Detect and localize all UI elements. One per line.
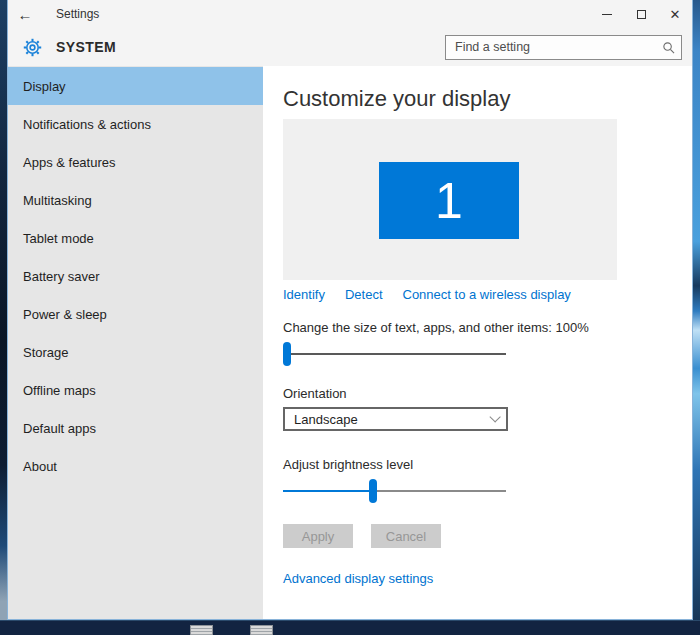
- back-button[interactable]: ←: [8, 6, 42, 23]
- close-icon: ✕: [670, 8, 681, 21]
- page-header: SYSTEM: [8, 28, 692, 66]
- sidebar-item-storage[interactable]: Storage: [8, 333, 263, 371]
- desktop-background: ← Settings ✕: [0, 0, 700, 635]
- sidebar: Display Notifications & actions Apps & f…: [8, 66, 263, 619]
- title-bar: ← Settings ✕: [8, 0, 692, 28]
- sidebar-item-label: Multitasking: [23, 193, 92, 208]
- sidebar-item-tablet-mode[interactable]: Tablet mode: [8, 219, 263, 257]
- maximize-button[interactable]: [624, 0, 658, 28]
- sidebar-item-label: Battery saver: [23, 269, 100, 284]
- taskbar-item[interactable]: [250, 625, 273, 635]
- sidebar-item-label: Offline maps: [23, 383, 96, 398]
- cancel-button[interactable]: Cancel: [371, 524, 441, 548]
- main-content: Customize your display 1 Identify Detect…: [263, 66, 692, 619]
- sidebar-item-label: Storage: [23, 345, 69, 360]
- sidebar-item-label: Default apps: [23, 421, 96, 436]
- gear-icon: [23, 38, 42, 57]
- sidebar-item-power-sleep[interactable]: Power & sleep: [8, 295, 263, 333]
- sidebar-item-multitasking[interactable]: Multitasking: [8, 181, 263, 219]
- identify-link[interactable]: Identify: [283, 287, 325, 302]
- sidebar-item-label: About: [23, 459, 57, 474]
- orientation-selected-value: Landscape: [294, 412, 489, 427]
- chevron-down-icon: [489, 411, 500, 422]
- back-arrow-icon: ←: [18, 6, 33, 23]
- sidebar-item-label: Tablet mode: [23, 231, 94, 246]
- desktop-wallpaper-strip: [0, 0, 7, 620]
- sidebar-item-apps-features[interactable]: Apps & features: [8, 143, 263, 181]
- scale-slider-track[interactable]: [283, 353, 506, 355]
- action-buttons-row: Apply Cancel: [283, 524, 692, 548]
- sidebar-item-offline-maps[interactable]: Offline maps: [8, 371, 263, 409]
- taskbar[interactable]: [0, 620, 700, 635]
- brightness-slider-label: Adjust brightness level: [283, 457, 692, 472]
- sidebar-item-battery-saver[interactable]: Battery saver: [8, 257, 263, 295]
- window-body: Display Notifications & actions Apps & f…: [8, 66, 692, 619]
- page-title: SYSTEM: [56, 39, 445, 55]
- minimize-icon: [602, 14, 612, 15]
- window-title: Settings: [56, 7, 590, 21]
- orientation-dropdown[interactable]: Landscape: [283, 407, 508, 431]
- taskbar-item[interactable]: [190, 625, 213, 635]
- search-icon: [662, 41, 675, 54]
- sidebar-item-label: Apps & features: [23, 155, 116, 170]
- sidebar-item-label: Display: [23, 79, 66, 94]
- brightness-slider-fill: [283, 490, 369, 492]
- sidebar-item-default-apps[interactable]: Default apps: [8, 409, 263, 447]
- sidebar-item-about[interactable]: About: [8, 447, 263, 485]
- connect-wireless-display-link[interactable]: Connect to a wireless display: [403, 287, 571, 302]
- caption-buttons: ✕: [590, 0, 692, 28]
- maximize-icon: [637, 10, 646, 19]
- detect-link[interactable]: Detect: [345, 287, 383, 302]
- close-button[interactable]: ✕: [658, 0, 692, 28]
- display-links-row: Identify Detect Connect to a wireless di…: [283, 287, 692, 302]
- orientation-label: Orientation: [283, 386, 692, 401]
- apply-button[interactable]: Apply: [283, 524, 353, 548]
- minimize-button[interactable]: [590, 0, 624, 28]
- scale-slider-thumb[interactable]: [283, 342, 291, 366]
- search-input[interactable]: [455, 40, 662, 54]
- brightness-slider-thumb[interactable]: [369, 479, 377, 503]
- advanced-display-settings-link[interactable]: Advanced display settings: [283, 571, 433, 586]
- sidebar-item-notifications-actions[interactable]: Notifications & actions: [8, 105, 263, 143]
- content-heading: Customize your display: [283, 85, 692, 113]
- scale-slider-label: Change the size of text, apps, and other…: [283, 320, 692, 335]
- monitor-number-label: 1: [435, 172, 463, 230]
- scale-slider[interactable]: [283, 342, 506, 366]
- sidebar-item-label: Notifications & actions: [23, 117, 151, 132]
- sidebar-item-label: Power & sleep: [23, 307, 107, 322]
- display-preview-panel: 1: [283, 119, 617, 280]
- search-box[interactable]: [445, 35, 682, 60]
- brightness-slider[interactable]: [283, 479, 506, 503]
- settings-window: ← Settings ✕: [7, 0, 693, 620]
- sidebar-item-display[interactable]: Display: [8, 67, 263, 105]
- monitor-1-tile[interactable]: 1: [379, 162, 519, 239]
